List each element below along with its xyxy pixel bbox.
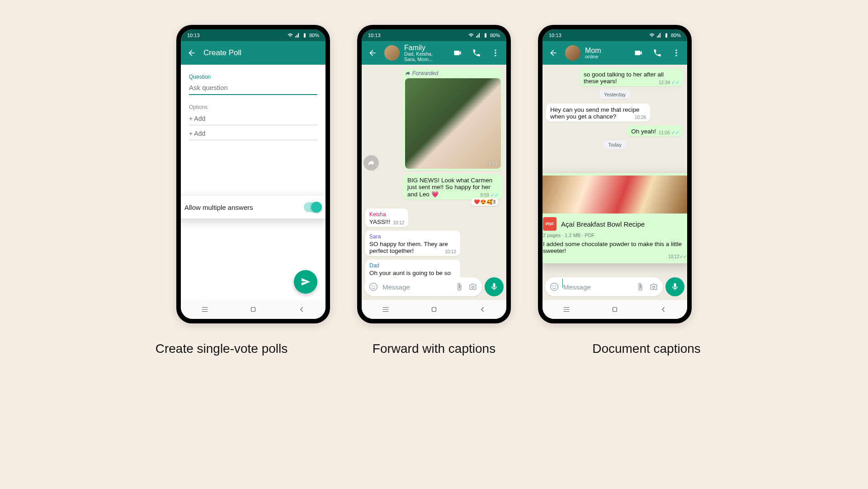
battery-pct: 80% bbox=[309, 33, 319, 38]
svg-point-13 bbox=[553, 285, 554, 286]
back-button[interactable] bbox=[365, 46, 380, 60]
chat-content: so good talking to her after all these y… bbox=[542, 65, 687, 300]
mic-button[interactable] bbox=[485, 277, 504, 296]
message-input[interactable]: Message bbox=[545, 277, 663, 296]
question-label: Question bbox=[189, 74, 317, 80]
avatar[interactable] bbox=[384, 45, 400, 61]
signal-icon bbox=[476, 33, 481, 38]
status-icons: 80% bbox=[288, 33, 319, 38]
back-button[interactable] bbox=[546, 46, 561, 60]
status-time: 10:13 bbox=[549, 33, 561, 38]
battery-icon bbox=[483, 33, 488, 38]
svg-point-6 bbox=[374, 285, 375, 286]
status-time: 10:13 bbox=[368, 33, 381, 38]
msg-time: 10:12 bbox=[445, 249, 456, 254]
more-button[interactable] bbox=[669, 46, 684, 60]
recents-icon[interactable] bbox=[562, 305, 571, 313]
caption-text: BIG NEWS! Look what Carmen just sent me!… bbox=[407, 177, 492, 198]
list-item[interactable]: Keisha YASS!!! 10:12 bbox=[365, 209, 408, 227]
back-nav-icon[interactable] bbox=[659, 305, 667, 313]
voice-call-button[interactable] bbox=[650, 46, 665, 60]
svg-point-4 bbox=[370, 283, 377, 291]
out-bubble[interactable]: Oh yeah! 11:05✓✓ bbox=[627, 125, 684, 137]
more-icon bbox=[672, 48, 681, 57]
document-card[interactable]: PDF Açaí Breakfast Bowl Recipe 2 pages ·… bbox=[542, 173, 687, 263]
statusbar: 10:13 80% bbox=[181, 29, 326, 41]
battery-icon bbox=[664, 33, 669, 38]
toggle-switch[interactable] bbox=[304, 202, 322, 212]
caption-bubble[interactable]: BIG NEWS! Look what Carmen just sent me!… bbox=[403, 174, 503, 199]
home-icon[interactable] bbox=[430, 305, 438, 313]
voice-call-button[interactable] bbox=[469, 46, 484, 60]
option-add-1[interactable]: + Add bbox=[189, 110, 317, 125]
msg-text: Oh yeah! bbox=[631, 128, 656, 135]
forward-circle[interactable] bbox=[363, 155, 379, 171]
send-button[interactable] bbox=[294, 270, 317, 294]
allow-multiple-card[interactable]: Allow multiple answers bbox=[181, 196, 326, 218]
more-icon bbox=[491, 48, 500, 57]
list-item[interactable]: Sara SO happy for them. They are perfect… bbox=[365, 231, 460, 256]
mic-button[interactable] bbox=[665, 277, 684, 296]
back-button[interactable] bbox=[184, 46, 199, 60]
phone-family: 10:13 80% Family Dad, Keisha, Sara, Mom.… bbox=[357, 25, 511, 323]
camera-icon[interactable] bbox=[468, 282, 477, 291]
document-meta: 2 pages · 1.2 MB · PDF bbox=[542, 233, 687, 240]
reaction-badge[interactable]: ❤️😍🥰3 bbox=[471, 198, 498, 206]
appbar: Family Dad, Keisha, Sara, Mom... bbox=[362, 41, 506, 65]
status-icons: 80% bbox=[649, 33, 681, 38]
battery-pct: 80% bbox=[671, 33, 681, 38]
chat-title-col[interactable]: Mom online bbox=[585, 47, 627, 59]
message-input[interactable]: Message bbox=[364, 277, 482, 296]
home-icon[interactable] bbox=[249, 305, 257, 313]
camera-icon[interactable] bbox=[649, 282, 658, 291]
in-bubble[interactable]: Hey can you send me that recipe when you… bbox=[546, 104, 650, 122]
wifi-icon bbox=[649, 33, 655, 38]
avatar[interactable] bbox=[565, 45, 580, 61]
video-icon bbox=[453, 48, 462, 57]
back-nav-icon[interactable] bbox=[297, 305, 306, 313]
emoji-icon[interactable] bbox=[369, 282, 378, 291]
svg-rect-16 bbox=[613, 308, 617, 312]
back-icon bbox=[368, 48, 377, 57]
status-time: 10:13 bbox=[187, 33, 200, 38]
more-button[interactable] bbox=[488, 46, 503, 60]
option-add-2[interactable]: + Add bbox=[189, 125, 317, 140]
recents-icon[interactable] bbox=[382, 305, 390, 313]
battery-pct: 80% bbox=[490, 33, 500, 38]
svg-rect-0 bbox=[251, 308, 255, 312]
navbar bbox=[181, 300, 326, 319]
forwarded-image[interactable]: 9:59 bbox=[405, 78, 501, 169]
chat-members: Dad, Keisha, Sara, Mom... bbox=[404, 51, 446, 62]
video-call-button[interactable] bbox=[450, 46, 465, 60]
svg-point-14 bbox=[555, 285, 556, 286]
video-call-button[interactable] bbox=[631, 46, 646, 60]
wifi-icon bbox=[288, 33, 293, 38]
attach-icon[interactable] bbox=[455, 282, 464, 291]
phone-row: 10:13 80% Create Poll Question Options + bbox=[176, 25, 692, 323]
back-nav-icon[interactable] bbox=[478, 305, 486, 313]
caption-1: Create single-vote polls bbox=[145, 342, 298, 356]
forward-bubble[interactable]: Forwarded 9:59 bbox=[403, 68, 503, 171]
options-label: Options bbox=[189, 104, 317, 110]
recents-icon[interactable] bbox=[201, 305, 209, 313]
wifi-icon bbox=[468, 33, 474, 38]
video-icon bbox=[634, 48, 643, 57]
fwd-arrow-icon bbox=[405, 71, 410, 76]
svg-point-2 bbox=[495, 52, 496, 53]
input-placeholder: Message bbox=[563, 283, 631, 291]
question-input[interactable] bbox=[189, 80, 317, 95]
chat-content: Forwarded 9:59 BIG NEWS! Look what Carme… bbox=[362, 65, 506, 300]
emoji-icon[interactable] bbox=[550, 282, 559, 291]
chat-title-col[interactable]: Family Dad, Keisha, Sara, Mom... bbox=[404, 44, 446, 62]
statusbar: 10:13 80% bbox=[542, 29, 687, 41]
msg-text: so good talking to her after all these y… bbox=[584, 71, 664, 85]
home-icon[interactable] bbox=[611, 305, 619, 313]
pdf-icon: PDF bbox=[543, 217, 557, 231]
attach-icon[interactable] bbox=[636, 282, 645, 291]
svg-point-9 bbox=[675, 50, 677, 51]
appbar: Mom online bbox=[542, 41, 687, 65]
top-out-bubble[interactable]: so good talking to her after all these y… bbox=[580, 68, 684, 86]
document-caption: I added some chocolate powder to make th… bbox=[542, 240, 687, 254]
phone-poll: 10:13 80% Create Poll Question Options + bbox=[176, 25, 330, 323]
document-thumb bbox=[542, 176, 687, 214]
